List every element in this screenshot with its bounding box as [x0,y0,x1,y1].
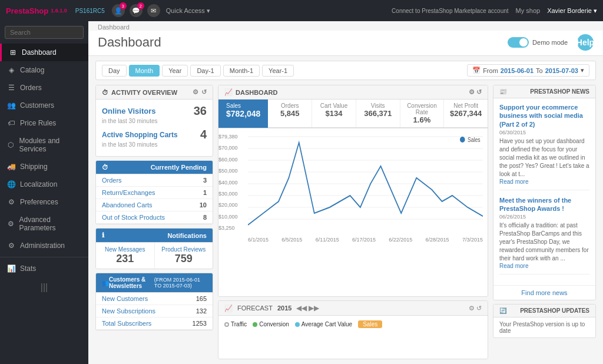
demo-mode-switch[interactable] [508,37,529,48]
x-label-1: 6/1/2015 [248,237,269,243]
main-content: Day Month Year Day-1 Month-1 Year-1 📅 Fr… [88,56,603,364]
avg-cart-dot [295,322,300,327]
logo-presta: Presta [6,6,29,15]
modules-icon: ⬡ [7,141,15,149]
sidebar-item-administration[interactable]: ⚙ Administration [0,237,88,254]
new-subscriptions-link[interactable]: New Subscriptions [102,307,155,315]
header-actions: Demo mode Help [508,34,594,51]
date-range-picker[interactable]: 📅 From 2015-06-01 To 2015-07-03 ▾ [467,64,589,77]
date-tab-year[interactable]: Year [162,65,188,77]
sidebar-item-preferences[interactable]: ⚙ Preferences [0,193,88,211]
total-subscribers-link[interactable]: Total Subscribers [102,320,151,327]
date-tab-day-1[interactable]: Day-1 [190,65,220,77]
sidebar-item-orders[interactable]: ☰ Orders [0,79,88,97]
pending-orders-link[interactable]: Orders [102,177,122,184]
news-article-2-date: 06/26/2015 [499,214,589,220]
messages-icon[interactable]: 💬2 [130,4,143,17]
pending-header-label: Currently Pending [151,164,207,171]
chart-area: Sales $79,380 $70,000 $60,000 $50,000 $4… [218,128,488,296]
sidebar-collapse-button[interactable]: ||| [0,277,88,297]
date-tab-month-1[interactable]: Month-1 [223,65,260,77]
date-tab-year-1[interactable]: Year-1 [262,65,294,77]
news-article-1-title[interactable]: Support your ecommerce business with soc… [499,103,589,128]
search-input[interactable] [5,26,84,39]
page-title: Dashboard [98,35,161,50]
forecast-gear-icon[interactable]: ⚙ [469,305,475,312]
chart-tabs-row: Sales $782,048 Orders 5,845 Cart Value [218,100,488,128]
sidebar-item-localization[interactable]: 🌐 Localization [0,176,88,193]
news-article-1: Support your ecommerce business with soc… [499,103,589,190]
sidebar: ⊞ Dashboard ◈ Catalog ☰ Orders 👥 Custome… [0,21,88,364]
conversion-dot [253,322,257,327]
chart-header-label: DASHBOARD [236,89,278,96]
new-messages-cell: New Messages 231 [96,243,155,269]
news-article-2-title[interactable]: Meet the winners of the PrestaShop Award… [499,196,589,213]
sidebar-item-shipping[interactable]: 🚚 Shipping [0,158,88,176]
svg-point-8 [460,137,465,143]
new-messages-link[interactable]: New Messages [98,246,152,253]
new-customers-link[interactable]: New Customers [102,295,148,302]
chart-gear-icon[interactable]: ⚙ [469,88,475,95]
sidebar-item-price-rules[interactable]: 🏷 Price Rules [0,114,88,132]
chart-tab-sales[interactable]: Sales $782,048 [218,100,268,128]
dashboard-icon: ⊞ [9,48,17,57]
advanced-icon: ⚙ [7,220,14,228]
pending-outofstock-value: 8 [203,214,207,221]
activity-header-label: ACTIVITY OVERVIEW [111,89,177,96]
date-tab-month[interactable]: Month [129,65,160,77]
page-header: Dashboard Demo mode Help [88,31,603,56]
logo-shop: Shop [29,6,49,15]
find-more-news-link[interactable]: Find more news [493,285,595,300]
user-menu[interactable]: Xavier Borderie ▾ [547,7,597,15]
forecast-chart-icon: 📈 [224,305,233,312]
sidebar-item-dashboard[interactable]: ⊞ Dashboard [0,44,88,61]
product-reviews-link[interactable]: Product Reviews [157,246,211,253]
customers-panel-header: 👥 Customers & Newsletters (FROM 2015-06-… [96,273,213,293]
news-panel: 📰 PRESTASHOP NEWS Support your ecommerce… [493,85,596,300]
updates-panel: 🔄 PRESTASHOP UPDATES Your PrestaShop ver… [493,304,596,338]
pending-outofstock-link[interactable]: Out of Stock Products [102,214,165,221]
x-label-6: 6/28/2015 [426,237,449,243]
activity-refresh-icon[interactable]: ↺ [201,88,207,96]
calendar-icon: 📅 [472,67,481,74]
y-label-4: $50,000 [218,168,247,174]
legend-avg-cart: Average Cart Value [295,321,352,327]
email-icon[interactable]: ✉ [147,4,160,17]
new-messages-value: 231 [98,253,152,265]
date-tab-day[interactable]: Day [102,65,127,77]
pending-abandoned-link[interactable]: Abandoned Carts [102,201,153,209]
online-visitors-sub: in the last 30 minutes [102,118,207,124]
product-reviews-cell: Product Reviews 759 [155,243,213,269]
news-article-2: Meet the winners of the PrestaShop Award… [499,196,589,275]
shopping-carts-label[interactable]: Active Shopping Carts [102,131,178,139]
x-label-7: 7/3/2015 [462,237,483,243]
help-button[interactable]: Help [577,34,594,51]
conversion-label: Conversion [259,321,289,327]
demo-mode-label: Demo mode [532,39,568,46]
forecast-refresh-icon[interactable]: ↺ [476,305,482,312]
forecast-prev-icon[interactable]: ◀◀ [296,304,307,312]
sidebar-item-advanced[interactable]: ⚙ Advanced Parameters [0,211,88,237]
sidebar-item-customers[interactable]: 👥 Customers [0,97,88,114]
news-article-1-readmore[interactable]: Read more [499,178,528,185]
messages-badge: 2 [137,2,144,9]
activity-gear-icon[interactable]: ⚙ [193,88,198,96]
connect-marketplace-link[interactable]: Connect to PrestaShop Marketplace accoun… [392,8,508,14]
middle-column: 📈 DASHBOARD ⚙ ↺ Sales $782,048 [218,85,488,359]
sidebar-item-stats[interactable]: 📊 Stats [0,260,88,277]
news-article-2-readmore[interactable]: Read more [499,263,528,269]
forecast-next-icon[interactable]: ▶▶ [309,304,319,312]
sidebar-label-preferences: Preferences [20,198,58,206]
my-shop-link[interactable]: My shop [516,7,541,14]
pending-returns-link[interactable]: Return/Exchanges [102,189,155,196]
sidebar-item-modules[interactable]: ⬡ Modules and Services [0,132,88,158]
x-label-5: 6/22/2015 [389,237,412,243]
chart-panel: 📈 DASHBOARD ⚙ ↺ Sales $782,048 [218,85,488,297]
chart-refresh-icon[interactable]: ↺ [476,88,482,95]
orders-icon[interactable]: 👤3 [112,4,125,17]
quick-access-menu[interactable]: Quick Access ▾ [166,7,210,15]
sidebar-item-catalog[interactable]: ◈ Catalog [0,61,88,79]
x-label-4: 6/17/2015 [352,237,376,243]
online-visitors-label[interactable]: Online Visitors [102,107,156,115]
new-customers-item: New Customers 165 [96,293,213,305]
